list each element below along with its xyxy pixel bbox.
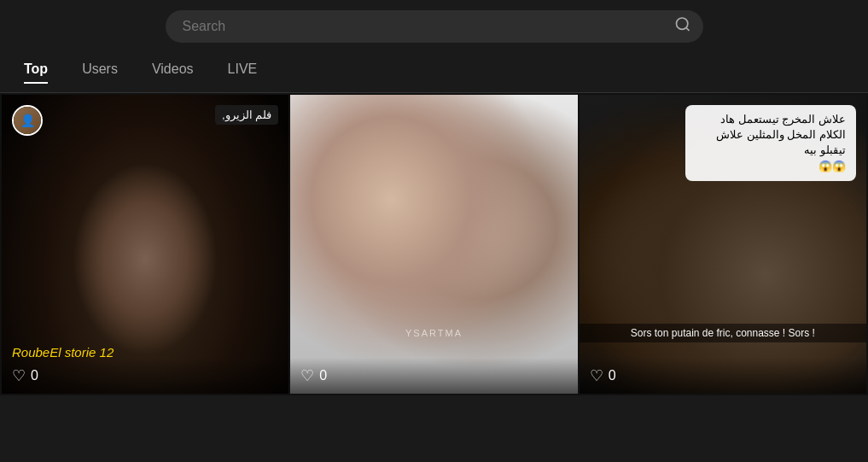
app-container: Top Users Videos LIVE 👤 فلم الزيرو, Roub… — [0, 0, 868, 395]
tab-live[interactable]: LIVE — [228, 61, 258, 84]
video-overlay-1: 👤 فلم الزيرو, RoubeEl storie 12 ♡ 0 — [2, 95, 288, 394]
video-watermark-2: YSARTMA — [290, 328, 577, 338]
like-count-3: 0 — [609, 368, 616, 383]
search-input[interactable] — [166, 10, 703, 43]
search-icon — [674, 16, 691, 38]
video-card-2[interactable]: YSARTMA ♡ 0 — [290, 95, 577, 394]
video-card-1[interactable]: 👤 فلم الزيرو, RoubeEl storie 12 ♡ 0 — [2, 95, 288, 394]
video-footer-3: ♡ 0 — [580, 358, 866, 394]
video-footer-2: ♡ 0 — [290, 358, 577, 394]
heart-icon-2: ♡ — [300, 366, 314, 385]
heart-icon-3: ♡ — [590, 366, 603, 385]
video-footer-1: ♡ 0 — [2, 358, 288, 394]
tab-videos[interactable]: Videos — [152, 61, 194, 84]
tab-users[interactable]: Users — [82, 61, 118, 84]
tabs-container: Top Users Videos LIVE — [0, 53, 868, 93]
svg-point-0 — [676, 18, 687, 29]
video-card-3[interactable]: علاش المخرج تيستعمل هاد الكلام المخل وال… — [580, 95, 866, 394]
tab-top[interactable]: Top — [24, 61, 48, 84]
header — [0, 0, 868, 53]
like-count-2: 0 — [319, 368, 327, 383]
video-overlay-3: علاش المخرج تيستعمل هاد الكلام المخل وال… — [580, 95, 866, 394]
video-grid: 👤 فلم الزيرو, RoubeEl storie 12 ♡ 0 YSAR… — [0, 93, 868, 395]
avatar-image-1: 👤 — [14, 107, 41, 134]
video-arabic-overlay-3: علاش المخرج تيستعمل هاد الكلام المخل وال… — [685, 105, 856, 181]
video-subtitle-3: Sors ton putain de fric, connasse ! Sors… — [580, 324, 866, 342]
video-overlay-2: YSARTMA ♡ 0 — [290, 95, 577, 394]
avatar-1: 👤 — [12, 105, 43, 136]
search-container — [166, 10, 703, 43]
video-arabic-title-1: فلم الزيرو, — [215, 105, 278, 125]
like-count-1: 0 — [31, 368, 38, 383]
heart-icon-1: ♡ — [12, 366, 26, 385]
